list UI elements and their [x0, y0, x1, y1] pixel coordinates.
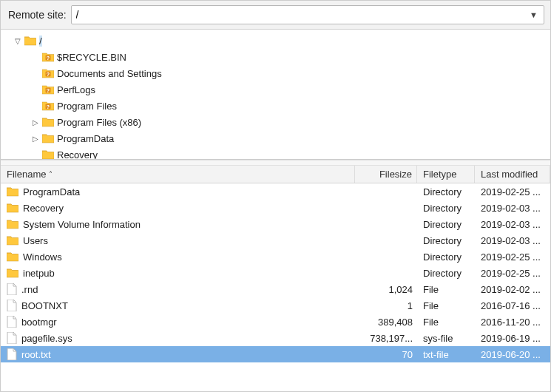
- cell-filename: System Volume Information: [1, 219, 355, 230]
- list-row[interactable]: BOOTNXT1File2016-07-16 ...: [1, 297, 550, 314]
- list-row[interactable]: .rnd1,024File2019-02-02 ...: [1, 281, 550, 297]
- col-header-filesize-label: Filesize: [379, 169, 412, 180]
- list-row[interactable]: System Volume InformationDirectory2019-0…: [1, 216, 550, 232]
- cell-filename: BOOTNXT: [1, 300, 355, 311]
- filename-text: bootmgr: [21, 317, 57, 328]
- tree-node[interactable]: ▽ /: [1, 33, 550, 49]
- svg-text:?: ?: [47, 55, 50, 61]
- filename-text: System Volume Information: [23, 219, 141, 230]
- cell-filesize: 389,408: [355, 317, 417, 328]
- filename-text: Recovery: [23, 203, 64, 214]
- file-icon: [7, 316, 17, 328]
- folder-icon: [7, 251, 18, 262]
- folder-icon: [42, 117, 54, 127]
- filename-text: pagefile.sys: [21, 333, 72, 344]
- list-row[interactable]: pagefile.sys738,197...sys-file2019-06-19…: [1, 330, 550, 346]
- address-field-wrap[interactable]: ▼: [71, 5, 544, 24]
- cell-filename: Windows: [1, 251, 355, 263]
- tree-expander-closed-icon[interactable]: ▷: [30, 133, 41, 143]
- tree-node-label: Documents and Settings: [57, 68, 162, 79]
- list-row[interactable]: ProgramDataDirectory2019-02-25 ...: [1, 183, 550, 200]
- col-header-lastmodified-label: Last modified: [481, 169, 538, 180]
- tree-expander-open-icon[interactable]: ▽: [13, 36, 23, 46]
- cell-filesize: 738,197...: [355, 333, 417, 344]
- list-row[interactable]: WindowsDirectory2019-02-25 ...: [1, 249, 550, 265]
- tree-node[interactable]: ▷ Program Files (x86): [1, 114, 550, 130]
- list-row[interactable]: RecoveryDirectory2019-02-03 ...: [1, 200, 550, 216]
- folder-unknown-icon: ?: [42, 84, 54, 95]
- cell-filetype: Directory: [417, 235, 475, 246]
- cell-filetype: Directory: [417, 186, 475, 197]
- list-row[interactable]: inetpubDirectory2019-02-25 ...: [1, 265, 550, 281]
- cell-lastmodified: 2019-06-19 ...: [475, 333, 550, 344]
- cell-lastmodified: 2019-06-20 ...: [475, 349, 550, 360]
- tree-node-label: PerfLogs: [57, 84, 95, 95]
- filename-text: ProgramData: [23, 186, 80, 197]
- dropdown-icon[interactable]: ▼: [527, 10, 541, 19]
- tree-node-label: ProgramData: [57, 133, 114, 144]
- col-header-filetype[interactable]: Filetype: [417, 166, 475, 183]
- cell-filetype: File: [417, 284, 475, 295]
- col-header-filetype-label: Filetype: [423, 169, 457, 180]
- tree-node[interactable]: ▷ ProgramData: [1, 130, 550, 146]
- tree-expander-closed-icon[interactable]: ▷: [30, 117, 41, 127]
- cell-filetype: Directory: [417, 219, 475, 230]
- col-header-filename[interactable]: Filename ˄: [1, 166, 355, 183]
- address-bar: Remote site: ▼: [1, 1, 550, 30]
- file-icon: [7, 332, 17, 344]
- filename-text: BOOTNXT: [21, 300, 68, 311]
- tree-node[interactable]: ▷ ? Documents and Settings: [1, 65, 550, 81]
- folder-icon: [42, 149, 54, 160]
- cell-filename: inetpub: [1, 268, 355, 279]
- cell-lastmodified: 2019-02-02 ...: [475, 284, 550, 295]
- tree-node[interactable]: ▷ ? PerfLogs: [1, 81, 550, 98]
- col-header-filesize[interactable]: Filesize: [355, 166, 417, 183]
- cell-filesize: 1,024: [355, 284, 417, 295]
- tree-node-label: Program Files (x86): [57, 117, 141, 128]
- tree-node-label: /: [39, 36, 42, 47]
- folder-icon: [7, 203, 18, 213]
- tree-node[interactable]: ▷ Recovery: [1, 146, 550, 160]
- cell-lastmodified: 2016-07-16 ...: [475, 300, 550, 311]
- cell-lastmodified: 2019-02-03 ...: [475, 203, 550, 214]
- filename-text: Users: [23, 235, 48, 246]
- list-header: Filename ˄ Filesize Filetype Last modifi…: [1, 166, 550, 183]
- tree-node-label: Recovery: [57, 149, 98, 160]
- sort-asc-icon: ˄: [49, 170, 53, 178]
- col-header-lastmodified[interactable]: Last modified: [475, 166, 550, 183]
- folder-icon: [42, 133, 54, 143]
- col-header-filename-label: Filename: [7, 169, 46, 180]
- svg-text:?: ?: [47, 72, 50, 77]
- svg-text:?: ?: [47, 104, 50, 109]
- cell-filetype: Directory: [417, 268, 475, 279]
- cell-lastmodified: 2019-02-25 ...: [475, 186, 550, 197]
- cell-filename: ProgramData: [1, 186, 355, 197]
- file-icon: [7, 300, 17, 311]
- filename-text: .rnd: [21, 284, 38, 295]
- cell-filesize: 70: [355, 349, 417, 360]
- remote-tree[interactable]: ▽ /▷ ? $RECYCLE.BIN▷ ? Documents and Set…: [1, 30, 550, 160]
- horizontal-splitter[interactable]: [1, 160, 550, 166]
- cell-filename: pagefile.sys: [1, 332, 355, 344]
- cell-filename: bootmgr: [1, 316, 355, 328]
- cell-lastmodified: 2019-02-03 ...: [475, 219, 550, 230]
- folder-unknown-icon: ?: [42, 52, 54, 62]
- folder-unknown-icon: ?: [42, 68, 54, 78]
- folder-icon: [7, 186, 18, 197]
- list-row[interactable]: UsersDirectory2019-02-03 ...: [1, 232, 550, 249]
- folder-icon: [24, 36, 36, 46]
- cell-filetype: File: [417, 300, 475, 311]
- list-body[interactable]: ProgramDataDirectory2019-02-25 ... Recov…: [1, 183, 550, 391]
- cell-filesize: 1: [355, 300, 417, 311]
- tree-node[interactable]: ▷ ? $RECYCLE.BIN: [1, 49, 550, 65]
- address-input[interactable]: [76, 9, 527, 21]
- list-row[interactable]: root.txt70txt-file2019-06-20 ...: [1, 346, 550, 362]
- list-row[interactable]: bootmgr389,408File2016-11-20 ...: [1, 314, 550, 330]
- filename-text: Windows: [23, 251, 62, 263]
- folder-icon: [7, 219, 18, 229]
- tree-node[interactable]: ▷ ? Program Files: [1, 98, 550, 114]
- svg-text:?: ?: [47, 88, 50, 93]
- cell-filename: root.txt: [1, 348, 355, 360]
- cell-filetype: Directory: [417, 203, 475, 214]
- folder-icon: [7, 268, 18, 278]
